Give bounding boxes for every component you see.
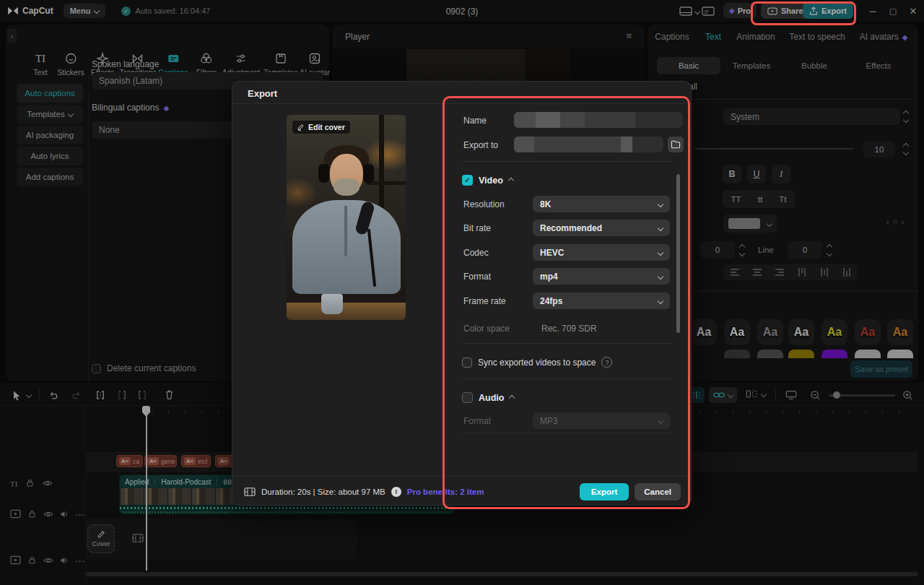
info-icon: ! [391,487,401,497]
duration-size-info: Duration: 20s | Size: about 97 MB [261,488,385,496]
film-icon [244,487,256,497]
pencil-icon [297,124,305,131]
edit-cover-label: Edit cover [308,123,345,131]
desk [287,303,406,320]
export-cover-preview: Edit cover [287,115,406,320]
headphone-cup [363,164,374,183]
highlight-box-export-settings [443,96,690,509]
bookshelf-glow [287,176,319,209]
shirt-placket [344,206,347,256]
dialog-title: Export [248,88,277,99]
edit-cover-button[interactable]: Edit cover [292,121,350,134]
highlight-box-share-export [751,1,856,25]
coffee-cup [321,294,343,314]
person-beard [334,178,359,196]
capcut-app: CapCut Menu ✓ Auto saved: 16:04:47 0902 … [0,0,924,585]
headphone-cup [318,164,329,183]
